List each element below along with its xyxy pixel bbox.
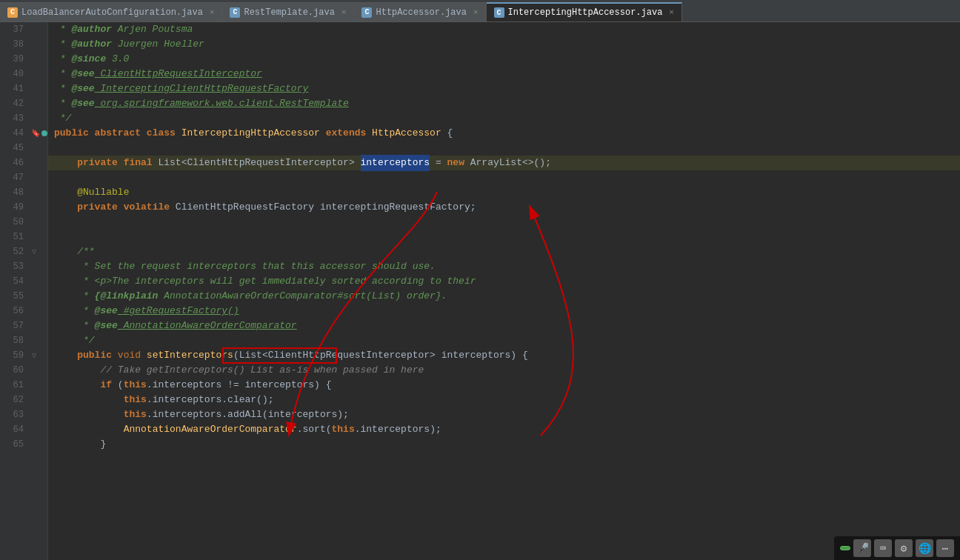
gutter-row-49: 49 bbox=[0, 200, 47, 215]
settings-icon[interactable]: ⚙ bbox=[895, 539, 913, 557]
token: AnnotationAwareOrderComparator bbox=[124, 422, 297, 437]
line-number-41: 41 bbox=[0, 81, 30, 96]
line-number-47: 47 bbox=[0, 170, 30, 185]
gutter-row-58: 58 bbox=[0, 333, 47, 348]
tab-close-tab1[interactable]: × bbox=[210, 8, 215, 17]
token: #getRequestFactory() bbox=[118, 304, 239, 319]
tab-label-tab4: InterceptingHttpAccessor.java bbox=[508, 7, 663, 18]
token: != interceptors) { bbox=[221, 378, 331, 393]
gutter-row-62: 62 bbox=[0, 393, 47, 407]
token: public bbox=[54, 126, 95, 141]
token: setInterceptors bbox=[147, 348, 233, 363]
tab-icon-tab3: C bbox=[361, 7, 372, 18]
token: = bbox=[430, 156, 447, 170]
token: abstract bbox=[95, 126, 147, 141]
token: ; bbox=[470, 200, 476, 215]
more-icon[interactable]: ⋯ bbox=[936, 539, 954, 557]
gutter-row-57: 57 bbox=[0, 319, 47, 333]
translate-button[interactable] bbox=[840, 546, 850, 550]
line-number-43: 43 bbox=[0, 111, 30, 126]
line-number-42: 42 bbox=[0, 96, 30, 111]
fold-icon-59[interactable]: ▽ bbox=[30, 351, 39, 360]
token: * <p>The interceptors will get immediate… bbox=[54, 274, 476, 289]
code-line-62: this.interceptors.clear(); bbox=[48, 393, 960, 407]
token: final bbox=[124, 156, 159, 170]
token: AnnotationAwareOrderComparator bbox=[118, 319, 297, 333]
code-line-55: * {@linkplain AnnotationAwareOrderCompar… bbox=[48, 289, 960, 304]
token: * bbox=[54, 67, 71, 81]
token: {@linkplain bbox=[95, 289, 159, 304]
token: this bbox=[124, 393, 147, 407]
gutter-row-65: 65 bbox=[0, 437, 47, 452]
token: private bbox=[77, 156, 123, 170]
tab-tab2[interactable]: CRestTemplate.java× bbox=[222, 2, 354, 21]
token: interceptingRequestFactory bbox=[320, 200, 470, 215]
translate-icon[interactable]: 🌐 bbox=[916, 539, 933, 557]
tab-close-tab2[interactable]: × bbox=[341, 8, 347, 17]
tab-close-tab3[interactable]: × bbox=[473, 8, 479, 17]
token: org.springframework.web.client.RestTempl… bbox=[95, 96, 349, 111]
token: AnnotationAwareOrderComparator#sort(List… bbox=[158, 289, 447, 304]
line-number-38: 38 bbox=[0, 37, 30, 52]
mic-icon[interactable]: 🎤 bbox=[853, 539, 871, 557]
code-content[interactable]: * @author Arjen Poutsma * @author Juerge… bbox=[48, 22, 960, 560]
tab-close-tab4[interactable]: × bbox=[669, 8, 674, 17]
gutter-row-43: 43 bbox=[0, 111, 47, 126]
token: { bbox=[447, 126, 453, 141]
keyboard-icon[interactable]: ⌨ bbox=[874, 539, 892, 557]
token: this bbox=[124, 407, 147, 422]
code-line-59: public void setInterceptors(List<ClientH… bbox=[48, 348, 960, 363]
gutter-row-61: 61 bbox=[0, 378, 47, 393]
selected-interceptors: interceptors bbox=[361, 155, 430, 171]
token: @Nullable bbox=[77, 185, 129, 200]
code-line-50 bbox=[48, 215, 960, 230]
token: private bbox=[77, 200, 123, 215]
tab-tab4[interactable]: CInterceptingHttpAccessor.java× bbox=[487, 2, 682, 21]
code-line-41: * @see InterceptingClientHttpRequestFact… bbox=[48, 81, 960, 96]
token: Juergen Hoeller bbox=[112, 37, 204, 52]
code-line-37: * @author Arjen Poutsma bbox=[48, 22, 960, 37]
token: extends bbox=[326, 126, 372, 141]
token: void bbox=[118, 348, 147, 363]
bottom-toolbar: 🎤 ⌨ ⚙ 🌐 ⋯ bbox=[834, 536, 960, 560]
tab-icon-tab2: C bbox=[230, 7, 240, 18]
line-number-55: 55 bbox=[0, 289, 30, 304]
line-number-58: 58 bbox=[0, 333, 30, 348]
token: @see bbox=[95, 319, 118, 333]
tab-label-tab3: HttpAccessor.java bbox=[376, 7, 466, 18]
gutter-row-42: 42 bbox=[0, 96, 47, 111]
code-line-44: public abstract class InterceptingHttpAc… bbox=[48, 126, 960, 141]
gutter-row-50: 50 bbox=[0, 215, 47, 230]
token: @since bbox=[71, 52, 106, 67]
token: * Set the request interceptors that this… bbox=[54, 259, 436, 274]
code-line-58: */ bbox=[48, 333, 960, 348]
tab-tab3[interactable]: CHttpAccessor.java× bbox=[354, 2, 486, 21]
line-number-44: 44 bbox=[0, 126, 30, 141]
token: /** bbox=[54, 244, 95, 259]
token: @author bbox=[71, 37, 112, 52]
code-line-47 bbox=[48, 170, 960, 185]
token: interceptors bbox=[441, 348, 511, 363]
gutter-row-51: 51 bbox=[0, 230, 47, 244]
gutter-row-56: 56 bbox=[0, 304, 47, 319]
token: . bbox=[147, 378, 153, 393]
gutter-row-59: 59▽ bbox=[0, 348, 47, 363]
code-line-65: } bbox=[48, 437, 960, 452]
fold-icon-52[interactable]: ▽ bbox=[30, 247, 39, 256]
gutter-row-44: 44🔖 bbox=[0, 126, 47, 141]
tab-tab1[interactable]: CLoadBalancerAutoConfiguration.java× bbox=[0, 2, 222, 21]
line-number-50: 50 bbox=[0, 215, 30, 230]
line-number-39: 39 bbox=[0, 52, 30, 67]
tab-bar: CLoadBalancerAutoConfiguration.java×CRes… bbox=[0, 0, 960, 22]
code-line-61: if (this.interceptors != interceptors) { bbox=[48, 378, 960, 393]
token: // Take getInterceptors() List as-is whe… bbox=[54, 363, 424, 378]
token: . bbox=[147, 393, 153, 407]
token: * bbox=[54, 289, 95, 304]
line-number-63: 63 bbox=[0, 407, 30, 422]
code-line-56: * @see #getRequestFactory() bbox=[48, 304, 960, 319]
token: ClientHttpRequestFactory bbox=[176, 200, 320, 215]
token bbox=[54, 422, 124, 437]
line-number-53: 53 bbox=[0, 259, 30, 274]
line-number-61: 61 bbox=[0, 378, 30, 393]
gutter-row-54: 54 bbox=[0, 274, 47, 289]
